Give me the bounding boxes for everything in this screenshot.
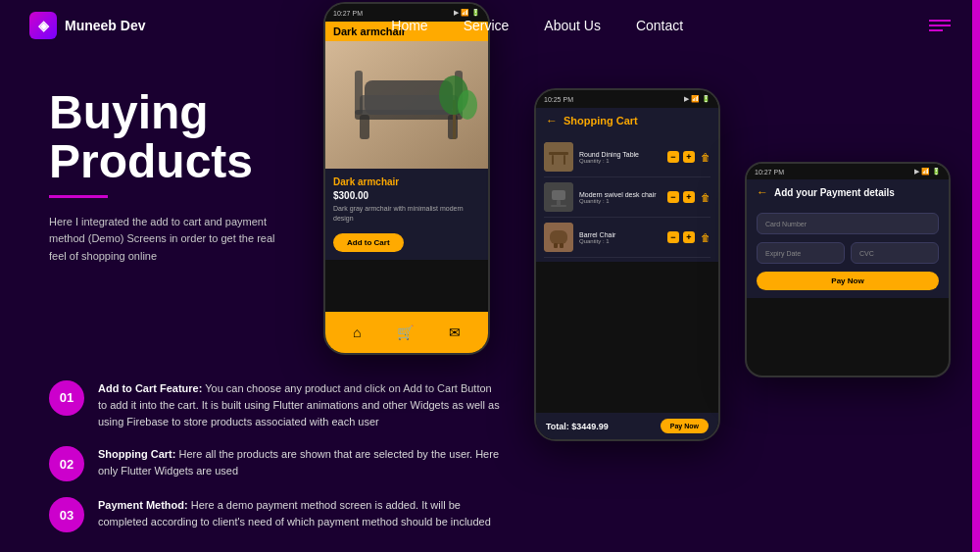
hero-title: Buying Products — [49, 88, 284, 187]
svg-rect-20 — [550, 230, 567, 244]
features-list: 01 Add to Cart Feature: You can choose a… — [49, 380, 500, 532]
nav-links: Home Service About Us Contact — [391, 18, 683, 33]
expiry-input[interactable]: Expiry Date — [757, 242, 845, 264]
payment-expiry-cvc-row: Expiry Date CVC — [757, 242, 939, 264]
pay-now-button[interactable]: Pay Now — [661, 419, 709, 433]
cart-item-1-info: Round Dining Table Quantity : 1 — [579, 151, 662, 164]
feature-item-1: 01 Add to Cart Feature: You can choose a… — [49, 380, 500, 430]
payment-pay-button[interactable]: Pay Now — [757, 272, 939, 290]
phone2-cart-header: ← Shopping Cart — [536, 108, 718, 133]
phone2-status-bar: 10:25 PM ▶ 📶 🔋 — [536, 90, 718, 108]
increase-qty-btn[interactable]: + — [683, 151, 695, 163]
svg-rect-4 — [360, 115, 369, 139]
feature-text-1: Add to Cart Feature: You can choose any … — [98, 380, 500, 430]
cvc-input[interactable]: CVC — [851, 242, 939, 264]
cart-total: Total: $3449.99 — [546, 422, 609, 431]
cart-item-1: Round Dining Table Quantity : 1 − + 🗑 — [544, 137, 710, 177]
phone-shopping-cart: 10:25 PM ▶ 📶 🔋 ← Shopping Cart Round Din… — [534, 88, 720, 441]
feature-badge-3: 03 — [49, 497, 84, 532]
svg-rect-21 — [554, 243, 558, 248]
cart-item-3-controls: − + 🗑 — [667, 231, 710, 243]
logo[interactable]: Muneeb Dev — [29, 12, 145, 39]
cart-item-2-info: Modern swivel desk chair Quantity : 1 — [579, 191, 662, 204]
user-nav-icon[interactable]: ✉ — [449, 325, 461, 340]
delete-item-btn-2[interactable]: 🗑 — [701, 192, 710, 203]
svg-rect-11 — [544, 142, 573, 172]
nav-about[interactable]: About Us — [544, 18, 601, 33]
cart-item-1-image — [544, 142, 573, 172]
hero-underline — [49, 195, 108, 198]
cart-item-1-controls: − + 🗑 — [667, 151, 710, 163]
phone1-product-image — [325, 41, 488, 169]
svg-rect-22 — [560, 243, 564, 248]
feature-badge-1: 01 — [49, 380, 84, 416]
cart-items-list: Round Dining Table Quantity : 1 − + 🗑 Mo… — [536, 133, 718, 262]
svg-rect-18 — [551, 205, 566, 207]
cart-item-2: Modern swivel desk chair Quantity : 1 − … — [544, 177, 710, 218]
increase-qty-btn-2[interactable]: + — [683, 191, 695, 203]
hero-section: Buying Products Here I integrated the ad… — [49, 88, 284, 266]
increase-qty-btn-3[interactable]: + — [683, 231, 695, 243]
cart-item-2-image — [544, 182, 573, 212]
phone-product-detail: 10:27 PM ▶ 📶 🔋 Dark armchair — [323, 2, 490, 355]
phone3-payment-header: ← Add your Payment details — [747, 179, 949, 205]
logo-text: Muneeb Dev — [65, 18, 145, 33]
cart-item-2-controls: − + 🗑 — [667, 191, 710, 203]
phone1-product-desc: Dark gray armchair with minimalist moder… — [333, 204, 480, 224]
feature-text-2: Shopping Cart: Here all the products are… — [98, 446, 500, 479]
phone1-product-name: Dark armchair — [333, 176, 480, 187]
feature-item-2: 02 Shopping Cart: Here all the products … — [49, 446, 500, 481]
svg-rect-6 — [355, 71, 363, 115]
cart-item-3: Barrel Chair Quantity : 1 − + 🗑 — [544, 218, 710, 258]
hero-description: Here I integrated the add to cart and pa… — [49, 214, 284, 266]
home-nav-icon[interactable]: ⌂ — [353, 325, 361, 340]
phone1-bottom-nav: ⌂ 🛒 ✉ — [325, 312, 488, 353]
phone3-status-bar: 10:27 PM ▶ 📶 🔋 — [747, 164, 949, 179]
phone-payment: 10:27 PM ▶ 📶 🔋 ← Add your Payment detail… — [745, 162, 951, 377]
svg-rect-14 — [564, 155, 565, 165]
delete-item-btn[interactable]: 🗑 — [701, 152, 710, 163]
payment-back-icon[interactable]: ← — [757, 185, 768, 199]
svg-point-10 — [458, 90, 477, 120]
payment-title: Add your Payment details — [774, 187, 895, 198]
phone1-product-content: Dark armchair $300.00 Dark gray armchair… — [325, 169, 488, 260]
phone1-product-price: $300.00 — [333, 190, 480, 201]
svg-rect-16 — [552, 190, 565, 200]
feature-badge-2: 02 — [49, 446, 84, 481]
add-to-cart-button[interactable]: Add to Cart — [333, 233, 404, 252]
feature-item-3: 03 Payment Method: Here a demo payment m… — [49, 497, 500, 532]
cart-item-3-info: Barrel Chair Quantity : 1 — [579, 231, 662, 244]
decrease-qty-btn-3[interactable]: − — [667, 231, 679, 243]
feature-text-3: Payment Method: Here a demo payment meth… — [98, 497, 500, 530]
cart-nav-icon[interactable]: 🛒 — [397, 325, 414, 340]
logo-icon — [29, 12, 57, 39]
decorative-purple-bar — [972, 0, 980, 552]
decrease-qty-btn[interactable]: − — [667, 151, 679, 163]
nav-home[interactable]: Home — [391, 18, 427, 33]
cart-item-3-image — [544, 223, 573, 252]
cart-title: Shopping Cart — [564, 115, 638, 126]
svg-rect-13 — [552, 155, 554, 165]
decrease-qty-btn-2[interactable]: − — [667, 191, 679, 203]
hamburger-menu[interactable] — [929, 20, 951, 31]
nav-contact[interactable]: Contact — [636, 18, 683, 33]
delete-item-btn-3[interactable]: 🗑 — [701, 232, 710, 243]
svg-rect-12 — [549, 152, 568, 155]
cart-footer: Total: $3449.99 Pay Now — [536, 413, 718, 439]
phone3-payment-content: Card Number Expiry Date CVC Pay Now — [747, 205, 949, 298]
back-arrow-icon[interactable]: ← — [546, 114, 558, 127]
card-number-input[interactable]: Card Number — [757, 213, 939, 234]
navbar: Muneeb Dev Home Service About Us Contact — [0, 0, 980, 51]
nav-service[interactable]: Service — [464, 18, 510, 33]
